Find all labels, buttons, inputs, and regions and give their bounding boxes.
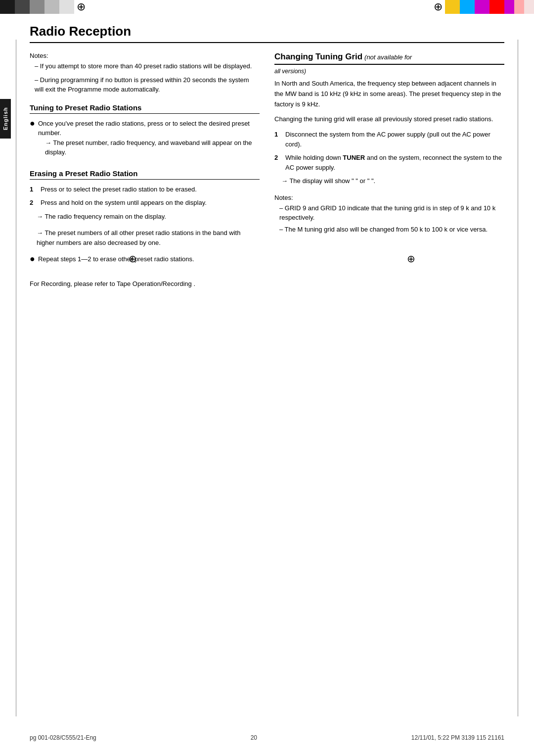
- bullet-dot-1: ●: [30, 119, 35, 160]
- footer-left: pg 001-028/C555/21-Eng: [30, 734, 96, 741]
- footer-right: 12/11/01, 5:22 PM 3139 115 21161: [411, 734, 504, 741]
- erase-step-1: 1 Press or to select the preset radio st…: [30, 185, 260, 194]
- erase-arrow-note-1: The radio frequency remain on the displa…: [37, 212, 260, 222]
- color-block-verylightgray: [59, 0, 74, 14]
- section-heading-erasing: Erasing a Preset Radio Station: [30, 169, 260, 180]
- erasing-numbered-list: 1 Press or to select the preset radio st…: [30, 185, 260, 251]
- right-step-2-text: While holding down TUNER and on the syst…: [285, 153, 504, 172]
- tuning-bullet-span-1: Once you've preset the radio stations, p…: [38, 120, 250, 137]
- right-arrow-note-1: The display will show " " or " ".: [281, 176, 504, 186]
- notes-label: Notes:: [30, 52, 260, 59]
- right-heading-main: Changing Tuning Grid: [274, 52, 362, 61]
- color-block-black: [0, 0, 15, 14]
- recording-note: For Recording, please refer to Tape Oper…: [30, 279, 260, 289]
- erase-arrow-note-2: The preset numbers of all other preset r…: [37, 228, 260, 247]
- two-column-layout: Notes: If you attempt to store more than…: [30, 52, 504, 289]
- footer: pg 001-028/C555/21-Eng 20 12/11/01, 5:22…: [30, 734, 504, 741]
- right-heading-container: Changing Tuning Grid (not available for: [274, 52, 504, 65]
- color-block-magenta2: [504, 0, 514, 14]
- right-notes: Notes: GRID 9 and GRID 10 indicate that …: [274, 194, 504, 235]
- right-step-2-num: 2: [274, 153, 281, 172]
- crosshair-bottom-right: ⊕: [407, 253, 415, 265]
- color-block-lightgray: [44, 0, 59, 14]
- color-block-cyan: [460, 0, 475, 14]
- bullet-dot-2: ●: [30, 254, 35, 264]
- color-block-gray: [30, 0, 44, 14]
- tuning-bullet-list: ● Once you've preset the radio stations,…: [30, 119, 260, 160]
- note-item-1: If you attempt to store more than 40 pre…: [30, 61, 260, 71]
- right-body-1: In North and South America, the frequenc…: [274, 79, 504, 109]
- erase-bullet-text-1: Repeat steps 1—2 to erase other preset r…: [38, 254, 260, 264]
- tuning-bullet-text-1: Once you've preset the radio stations, p…: [38, 119, 260, 160]
- erase-step-1-text: Press or to select the preset radio stat…: [41, 185, 260, 194]
- color-block-red: [490, 0, 504, 14]
- right-heading-italic: (not available for: [364, 53, 412, 61]
- right-heading-italic-text: not available for: [366, 53, 412, 61]
- top-bar-right: ⊕: [267, 0, 534, 14]
- page-title: Radio Reception: [30, 24, 504, 43]
- top-color-bar: ⊕ ⊕: [0, 0, 534, 14]
- tuner-bold: TUNER: [343, 154, 365, 161]
- right-numbered-list: 1 Disconnect the system from the AC powe…: [274, 130, 504, 189]
- section-heading-tuning: Tuning to Preset Radio Stations: [30, 103, 260, 114]
- erase-step-2: 2 Press and hold on the system until app…: [30, 198, 260, 250]
- crosshair-bottom-left: ⊕: [129, 253, 137, 265]
- erase-bullet-item-1: ● Repeat steps 1—2 to erase other preset…: [30, 254, 260, 264]
- color-block-yellow: [445, 0, 460, 14]
- crosshair-left: ⊕: [74, 0, 88, 14]
- right-column: Changing Tuning Grid (not available for …: [274, 52, 504, 289]
- tuning-arrow-note-1: The preset number, radio frequency, and …: [45, 138, 260, 157]
- erase-step-2-text: Press and hold on the system until appea…: [41, 198, 260, 208]
- page-content: Radio Reception Notes: If you attempt to…: [0, 14, 534, 309]
- note-item-2: During programming if no button is press…: [30, 75, 260, 94]
- erase-step-1-num: 1: [30, 185, 37, 194]
- color-block-pink: [514, 0, 524, 14]
- right-step-1-text: Disconnect the system from the AC power …: [285, 130, 504, 149]
- right-note-1: GRID 9 and GRID 10 indicate that the tun…: [274, 203, 504, 223]
- crosshair-right: ⊕: [431, 0, 445, 14]
- right-heading-note: all versions): [274, 68, 504, 75]
- right-body-2: Changing the tuning grid will erase all …: [274, 114, 504, 125]
- right-notes-label: Notes:: [274, 194, 504, 201]
- right-note-2: The M tuning grid also will be changed f…: [274, 225, 504, 235]
- erase-bullet-list: ● Repeat steps 1—2 to erase other preset…: [30, 254, 260, 264]
- left-column: Notes: If you attempt to store more than…: [30, 52, 260, 289]
- right-step-1: 1 Disconnect the system from the AC powe…: [274, 130, 504, 149]
- color-block-lightpink: [524, 0, 534, 14]
- right-step-2: 2 While holding down TUNER and on the sy…: [274, 153, 504, 189]
- color-block-magenta: [475, 0, 490, 14]
- color-block-darkgray: [15, 0, 30, 14]
- erase-step-2-num: 2: [30, 198, 37, 208]
- footer-center: 20: [251, 734, 257, 741]
- top-bar-left: ⊕: [0, 0, 267, 14]
- tuning-bullet-item-1: ● Once you've preset the radio stations,…: [30, 119, 260, 160]
- right-step-1-num: 1: [274, 130, 281, 149]
